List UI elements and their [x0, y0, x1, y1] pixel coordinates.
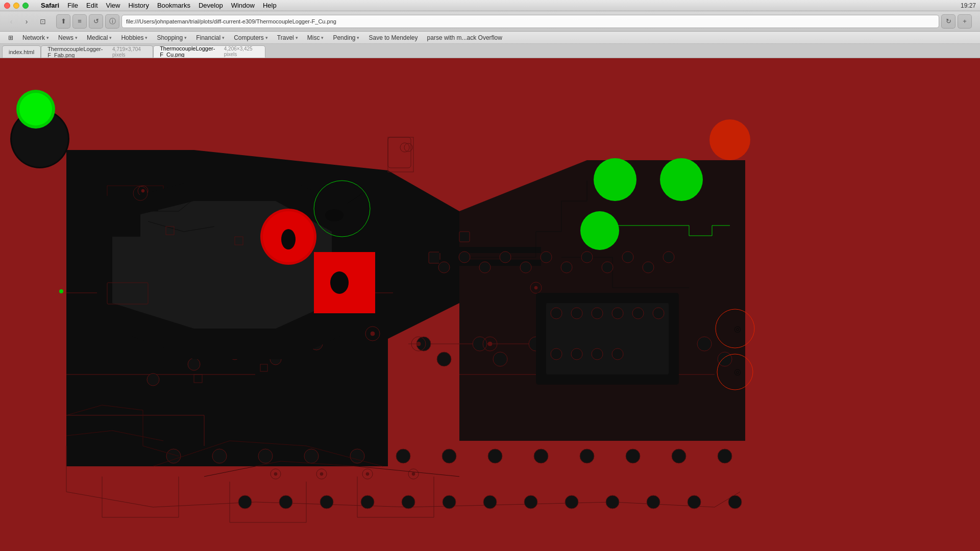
sidebar-toggle[interactable]: ⊡	[36, 15, 50, 28]
toolbar: ‹ › ⊡ ⬆ ≡ ↺ ⓘ file:///Users/johnpateman/…	[0, 11, 980, 32]
svg-point-116	[366, 472, 369, 475]
svg-point-132	[59, 289, 63, 293]
svg-point-122	[361, 495, 374, 509]
add-tab-button[interactable]: +	[958, 14, 972, 29]
svg-point-104	[551, 348, 562, 360]
svg-rect-97	[546, 303, 669, 374]
svg-point-89	[541, 252, 552, 263]
svg-point-36	[697, 337, 712, 351]
svg-point-16	[534, 449, 548, 463]
tab-label: ThermocoupleLogger-F_Cu.png	[160, 45, 221, 58]
svg-point-94	[643, 262, 654, 273]
url-bar[interactable]: file:///Users/johnpateman/trial/plots/di…	[121, 15, 939, 28]
bookmarks-bar: ⊞ Network ▾ News ▾ Medical ▾ Hobbies ▾ S…	[0, 32, 980, 44]
bookmark-parse[interactable]: parse with m...ack Overflow	[423, 33, 506, 42]
svg-point-9	[212, 449, 227, 463]
svg-point-118	[412, 472, 415, 475]
forward-button[interactable]: ›	[19, 15, 34, 28]
bookmark-hobbies[interactable]: Hobbies ▾	[117, 33, 152, 42]
svg-point-48	[141, 189, 144, 192]
svg-point-107	[612, 348, 623, 360]
reload-button[interactable]: ↻	[941, 14, 955, 29]
svg-point-102	[632, 308, 644, 319]
tab-index[interactable]: index.html	[2, 45, 41, 58]
svg-point-74	[580, 211, 619, 250]
svg-point-21	[147, 373, 159, 386]
svg-point-52	[371, 332, 375, 336]
svg-point-124	[443, 495, 456, 509]
svg-point-22	[188, 358, 200, 370]
svg-point-120	[279, 495, 292, 509]
svg-point-103	[653, 308, 664, 319]
bookmark-network[interactable]: Network ▾	[18, 33, 53, 42]
bookmark-grid[interactable]: ⊞	[4, 33, 17, 42]
tab-status: 4,719×3,704 pixels	[112, 46, 146, 58]
svg-point-62	[19, 93, 52, 126]
svg-text:◎: ◎	[734, 324, 741, 333]
nav-buttons: ‹ ›	[4, 15, 34, 28]
minimize-button[interactable]	[13, 3, 19, 9]
svg-point-65	[281, 229, 296, 249]
chevron-down-icon: ▾	[46, 35, 49, 40]
svg-point-106	[592, 348, 603, 360]
reader-icon[interactable]: ≡	[72, 14, 87, 29]
svg-point-72	[594, 158, 636, 201]
menu-bookmarks[interactable]: Bookmarks	[153, 2, 194, 9]
svg-rect-42	[459, 232, 470, 242]
svg-point-119	[238, 495, 252, 509]
bookmark-travel[interactable]: Travel ▾	[273, 33, 302, 42]
chevron-down-icon: ▾	[321, 35, 324, 40]
url-text: file:///Users/johnpateman/trial/plots/di…	[126, 18, 336, 24]
svg-point-95	[663, 252, 674, 263]
svg-rect-82	[439, 247, 541, 253]
menu-bar: Safari File Edit View History Bookmarks …	[37, 2, 281, 9]
menu-file[interactable]: File	[63, 2, 82, 9]
svg-point-29	[493, 352, 507, 366]
svg-point-92	[602, 262, 613, 273]
svg-text:◎: ◎	[734, 367, 741, 376]
menu-help[interactable]: Help	[259, 2, 281, 9]
pcb-svg: ◎ ◎	[0, 58, 980, 551]
svg-point-128	[606, 495, 619, 509]
menu-window[interactable]: Window	[227, 2, 259, 9]
svg-point-88	[520, 262, 531, 273]
svg-point-130	[688, 495, 701, 509]
tab-label: index.html	[9, 49, 34, 55]
chevron-down-icon: ▾	[145, 35, 148, 40]
bookmark-medical[interactable]: Medical ▾	[83, 33, 116, 42]
bookmark-pending[interactable]: Pending ▾	[329, 33, 363, 42]
menu-view[interactable]: View	[102, 2, 125, 9]
traffic-lights	[4, 3, 29, 9]
svg-point-13	[396, 449, 410, 463]
close-button[interactable]	[4, 3, 10, 9]
bookmark-financial[interactable]: Financial ▾	[192, 33, 229, 42]
pcb-view: ◎ ◎	[0, 58, 980, 551]
svg-point-99	[571, 308, 582, 319]
tab-label: ThermocoupleLogger-F_Fab.png	[47, 46, 109, 58]
tab-fab[interactable]: ThermocoupleLogger-F_Fab.png 4,719×3,704…	[41, 45, 153, 58]
menu-history[interactable]: History	[124, 2, 153, 9]
info-icon[interactable]: ⓘ	[105, 14, 119, 29]
bookmark-mendeley[interactable]: Save to Mendeley	[364, 33, 422, 42]
reload-icon[interactable]: ↺	[89, 14, 103, 29]
bookmark-misc[interactable]: Misc ▾	[303, 33, 328, 42]
svg-point-127	[565, 495, 578, 509]
svg-point-37	[718, 352, 732, 366]
svg-point-15	[488, 449, 502, 463]
menu-develop[interactable]: Develop	[194, 2, 227, 9]
back-button[interactable]: ‹	[4, 15, 18, 28]
bookmark-computers[interactable]: Computers ▾	[230, 33, 272, 42]
svg-point-93	[622, 252, 633, 263]
svg-point-87	[500, 252, 511, 263]
menu-safari[interactable]: Safari	[37, 2, 63, 9]
bookmark-news[interactable]: News ▾	[54, 33, 82, 42]
svg-point-85	[459, 252, 470, 263]
tab-cu[interactable]: ThermocoupleLogger-F_Cu.png 4,206×3,425 …	[153, 45, 265, 58]
maximize-button[interactable]	[22, 3, 29, 9]
chevron-down-icon: ▾	[75, 35, 78, 40]
share-icon[interactable]: ⬆	[56, 14, 70, 29]
menu-edit[interactable]: Edit	[82, 2, 102, 9]
bookmark-shopping[interactable]: Shopping ▾	[153, 33, 191, 42]
svg-point-112	[274, 472, 277, 475]
address-bar-container: ⬆ ≡ ↺ ⓘ file:///Users/johnpateman/trial/…	[56, 14, 972, 29]
